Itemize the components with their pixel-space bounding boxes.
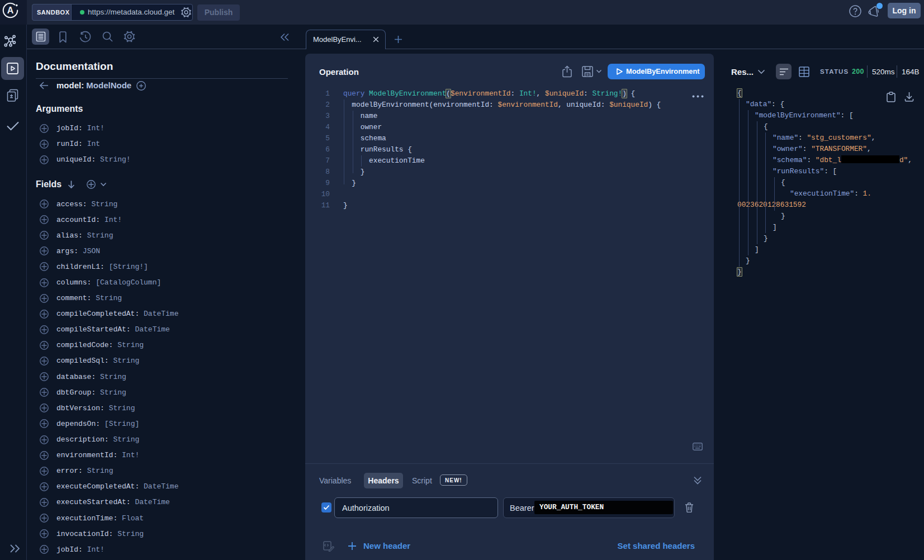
svg-text:A: A xyxy=(7,6,14,15)
